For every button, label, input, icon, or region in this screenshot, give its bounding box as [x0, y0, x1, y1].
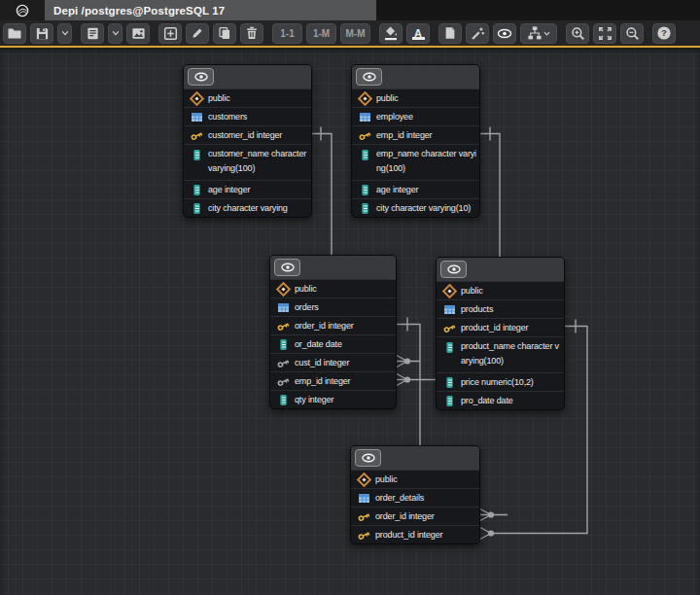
primary-key-icon: [442, 322, 456, 334]
generate-sql-button[interactable]: [81, 23, 104, 44]
erd-toolbar: 1-1 1-M M-M A: [0, 20, 700, 46]
table-name-row: customers: [184, 107, 311, 125]
show-details-eye-button[interactable]: [440, 261, 467, 278]
table-node-order-details[interactable]: public order_details order_id integer pr…: [350, 445, 480, 544]
table-node-customers[interactable]: public customers customer_id integer cus…: [183, 64, 312, 218]
folder-icon: [7, 25, 22, 41]
text-color-underline: [412, 37, 425, 39]
primary-key-icon: [357, 529, 370, 542]
schema-row: public: [184, 88, 311, 107]
plus-square-icon: [163, 26, 178, 41]
drop-table-button[interactable]: [240, 23, 263, 44]
table-icon: [276, 302, 290, 313]
table-node-orders[interactable]: public orders order_id integer or_date d…: [269, 255, 397, 409]
column-row: product_name character varying(100): [437, 336, 564, 372]
table-name-row: employee: [352, 107, 479, 125]
column-row: or_date date: [270, 334, 396, 353]
column-icon: [442, 395, 456, 407]
column-row: emp_id integer: [352, 125, 479, 144]
sql-dropdown-button[interactable]: [108, 23, 122, 44]
zoom-fit-icon: [598, 26, 612, 41]
clone-icon: [218, 26, 231, 40]
trash-icon: [245, 26, 259, 40]
help-button[interactable]: ?: [652, 23, 676, 44]
app-icon: [0, 0, 45, 20]
column-row: age integer: [184, 180, 311, 198]
one-to-many-relation-button[interactable]: 1-M: [306, 23, 336, 44]
chevron-down-icon: [542, 29, 551, 38]
auto-align-button[interactable]: [466, 23, 489, 44]
zoom-in-icon: [571, 26, 585, 41]
erd-tab[interactable]: Depi /postgres@PostgreSQL 17: [45, 0, 376, 20]
column-row: order_id integer: [351, 507, 479, 525]
chevron-down-icon: [111, 28, 121, 38]
change-orientation-button[interactable]: [520, 23, 557, 44]
table-icon: [190, 112, 203, 122]
column-icon: [358, 184, 371, 196]
column-row: city character varying: [184, 198, 311, 217]
show-details-button[interactable]: [493, 23, 516, 44]
save-dropdown-button[interactable]: [57, 23, 72, 44]
zoom-to-fit-button[interactable]: [593, 23, 616, 44]
primary-key-icon: [190, 129, 203, 142]
column-icon: [190, 202, 203, 215]
foreign-key-icon: [276, 375, 290, 388]
table-node-header: [351, 446, 479, 470]
show-details-eye-button[interactable]: [355, 449, 381, 467]
table-icon: [358, 112, 371, 122]
svg-text:?: ?: [661, 27, 667, 38]
sql-page-icon: [86, 26, 100, 41]
edit-table-button[interactable]: [186, 23, 209, 44]
table-node-header: [437, 258, 564, 281]
table-node-employee[interactable]: public employee emp_id integer emp_name …: [351, 64, 480, 218]
fill-color-button[interactable]: [379, 23, 402, 44]
table-name-row: products: [437, 299, 564, 318]
column-row: emp_name character varying(100): [352, 144, 479, 180]
show-details-eye-button[interactable]: [188, 68, 214, 86]
title-bar: Depi /postgres@PostgreSQL 17: [0, 0, 700, 20]
schema-icon: [441, 283, 457, 298]
eye-icon: [497, 28, 512, 39]
table-node-header: [184, 65, 311, 88]
schema-row: public: [270, 279, 396, 298]
schema-icon: [356, 472, 371, 487]
many-to-many-relation-button[interactable]: M-M: [340, 23, 370, 44]
magic-wand-icon: [471, 26, 485, 41]
column-row: qty integer: [270, 390, 396, 408]
column-icon: [358, 149, 371, 161]
column-row: customer_id integer: [184, 125, 311, 144]
download-image-button[interactable]: [126, 23, 150, 44]
save-project-button[interactable]: [30, 23, 53, 44]
open-project-button[interactable]: [3, 23, 26, 44]
connection-color-bar: [0, 46, 700, 48]
pencil-icon: [191, 26, 204, 40]
text-color-button[interactable]: A: [406, 23, 430, 44]
one-to-one-relation-button[interactable]: 1-1: [272, 23, 302, 44]
zoom-out-button[interactable]: [620, 23, 644, 44]
chevron-down-icon: [60, 28, 70, 38]
schema-row: public: [351, 470, 479, 488]
table-node-products[interactable]: public products product_id integer produ…: [436, 257, 565, 410]
table-name-row: order_details: [351, 488, 479, 507]
schema-icon: [189, 90, 204, 106]
image-icon: [131, 26, 146, 41]
column-row: age integer: [352, 180, 479, 198]
column-icon: [442, 376, 456, 389]
column-row: product_id integer: [437, 318, 564, 336]
primary-key-icon: [358, 129, 371, 142]
column-icon: [276, 338, 290, 351]
table-name-row: orders: [270, 298, 396, 316]
org-chart-icon: [527, 25, 542, 41]
add-table-button[interactable]: [158, 23, 182, 44]
show-details-eye-button[interactable]: [274, 259, 300, 276]
add-edit-note-button[interactable]: [438, 23, 462, 44]
clone-table-button[interactable]: [213, 23, 236, 44]
table-node-header: [270, 256, 396, 279]
zoom-in-button[interactable]: [566, 23, 589, 44]
paint-bucket-icon: [383, 25, 399, 41]
schema-icon: [275, 281, 291, 297]
pgadmin-erd-window: { "window": { "title": "Depi /postgres@P…: [0, 0, 700, 595]
table-icon: [442, 304, 456, 315]
column-row: product_id integer: [351, 525, 479, 543]
show-details-eye-button[interactable]: [356, 68, 382, 86]
